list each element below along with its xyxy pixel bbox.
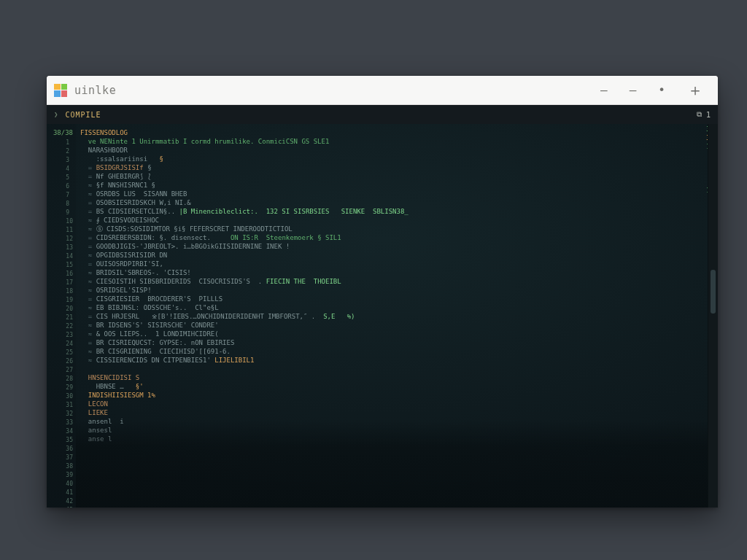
code-line: NARASHBODR (80, 146, 712, 155)
line-number: 14 (66, 252, 73, 261)
code-line: ≈ BR CISGRIENING CIECIHISD'[[691-6. (80, 347, 712, 356)
code-line: FISSENSODLOG (80, 128, 712, 137)
line-number: 30 (66, 392, 73, 401)
titlebar: uinlke – – • ＋ (47, 76, 718, 105)
line-number: 41 (66, 489, 73, 497)
status-indicator-icon: ⧉ (697, 110, 702, 119)
code-line: = CISGRIESIER BROCDERER'S PILLLS (80, 295, 712, 303)
code-line: ≈ & OOS LIEPS.. 1 LONDIMIHCIDRE( (80, 330, 712, 338)
line-number: 11 (66, 226, 73, 235)
code-line (80, 478, 712, 487)
line-number: 8 (66, 200, 73, 209)
line-number: 9 (66, 209, 73, 217)
line-number: 4 (66, 165, 73, 174)
expand-button[interactable]: ＋ (684, 79, 706, 101)
app-icon (54, 84, 67, 97)
code-line (80, 452, 712, 461)
code-line: = Nf GHEBIRGR⟆ ⟅ (80, 172, 712, 181)
line-number: 26 (66, 357, 73, 366)
code-line: = OUISOSRDPIRBI'SI, (80, 260, 712, 268)
code-line: anse l (80, 435, 712, 443)
tab-compile[interactable]: COMPILE (65, 111, 101, 119)
line-number: 27 (66, 366, 73, 375)
line-number: 3 (66, 156, 73, 165)
code-line: ≈ OPGIDBSISRISIDR DN (80, 251, 712, 260)
line-number: 7 (66, 191, 73, 200)
code-line: ≈ BR IDSENS'S' SISIRSCHE' CONDRE' (80, 321, 712, 330)
code-line (80, 443, 712, 452)
line-number: 39 (66, 471, 73, 480)
line-number: 32 (66, 410, 73, 419)
code-line: ≈ OSRDBS LUS SISANN BHEB (80, 190, 712, 198)
code-line: INDISHIISIESGM 1% (80, 391, 712, 400)
code-line: ≈ §f NNSHISRNC1 § (80, 181, 712, 190)
line-number: 33 (66, 419, 73, 427)
code-line: HNSENCIDISI S (80, 373, 712, 382)
code-line (80, 470, 712, 478)
line-number: 16 (66, 270, 73, 279)
code-line: ≈ CIESOISTIH SIBSBRIDERIDS CISOCRISIDS'S… (80, 277, 712, 286)
line-number: 29 (66, 384, 73, 392)
line-number: 2 (66, 147, 73, 156)
code-line: HBNSE … §' (80, 382, 712, 391)
code-line: = GOODBJIGIS-'JBREOLT>. i…bBGOikGIISIDER… (80, 242, 712, 251)
code-line: ≈ ⨕ CIEDSVODEISHOC (80, 216, 712, 225)
settings-dot-icon[interactable]: • (655, 82, 668, 99)
code-line: ve NENinte 1 Unirmmatib I cormd hrumilik… (80, 137, 712, 146)
code-line: = BSIDGRJSISIf § (80, 163, 712, 172)
code-line: ≈ OSRIDSEL'SISP! (80, 286, 712, 295)
code-area[interactable]: FISSENSODLOG ve NENinte 1 Unirmmatib I c… (76, 124, 718, 508)
code-line: = BS CIDSIERSETCLIN§.. |B Minencibleclic… (80, 207, 712, 216)
code-line: ≈ CISSIERENCIDS DN CITPENBIES1' LIJELIBI… (80, 356, 712, 365)
code-line: ≈ BRIDSIL'SBREOS-. 'CISIS! (80, 268, 712, 277)
line-number: 35 (66, 436, 73, 445)
code-line: :ssalsariinsi § (80, 155, 712, 163)
terminal-viewport[interactable]: 38/38 1234567891011121314151617181920212… (47, 124, 718, 508)
line-number: 42 (66, 497, 73, 506)
line-number: 25 (66, 349, 73, 357)
app-title: uinlke (74, 84, 116, 97)
line-number: 21 (66, 314, 73, 322)
line-number: 13 (66, 244, 73, 252)
line-number: 22 (66, 322, 73, 331)
tab-strip: ❯ COMPILE ⧉ 1 (47, 105, 718, 124)
line-number: 38 (66, 462, 73, 471)
code-line: = BR CISRIEQUCST: GYPSE:. nON EBIRIES (80, 338, 712, 347)
code-line (80, 487, 712, 496)
line-number: 31 (66, 401, 73, 410)
line-number: 19 (66, 296, 73, 305)
vertical-scrollbar[interactable] (708, 124, 718, 508)
code-line: ≈ ⓢ CISDS:SOSIDIMTOR §i§ FEFERSCRET INDE… (80, 225, 712, 233)
code-line (80, 461, 712, 470)
code-line: ansenl i (80, 417, 712, 426)
gutter-header: 38/38 (53, 128, 73, 137)
line-number: 28 (66, 375, 73, 384)
tab-prompt-icon: ❯ (54, 111, 58, 118)
app-window: uinlke – – • ＋ ❯ COMPILE ⧉ 1 38/38 12345… (47, 76, 718, 508)
line-number: 6 (66, 182, 73, 191)
status-count: 1 (706, 111, 711, 119)
code-line: ansesl (80, 426, 712, 435)
code-line: = CIS HRJESRL ※[B'!IEBS.…ONCHIDNIDERIDEN… (80, 312, 712, 321)
code-line: = CIDSREBERSBIDN: §. disensect. ON IS:R … (80, 233, 712, 242)
code-line: LIEKE (80, 408, 712, 417)
line-number: 12 (66, 235, 73, 244)
secondary-minimize-button[interactable]: – (627, 82, 640, 99)
window-controls: – – • ＋ (597, 79, 711, 101)
line-number: 24 (66, 340, 73, 349)
minimize-button[interactable]: – (597, 82, 611, 99)
line-number: 37 (66, 454, 73, 462)
line-number: 40 (66, 480, 73, 489)
line-number-gutter: 38/38 1234567891011121314151617181920212… (47, 124, 76, 508)
line-number: 17 (66, 279, 73, 287)
code-line: ≈ EB BIBJNSL: ODSSCHE's.. Cl"e§L (80, 303, 712, 312)
line-number: 43 (66, 506, 73, 508)
line-number: 10 (66, 217, 73, 226)
line-number: 36 (66, 445, 73, 454)
line-number: 15 (66, 261, 73, 270)
line-number: 5 (66, 174, 73, 182)
code-line: = OSOBSIESRIDSKCH W,i NI.& (80, 198, 712, 207)
line-number: 23 (66, 331, 73, 340)
scrollbar-thumb[interactable] (711, 270, 716, 314)
line-number: 1 (66, 139, 73, 147)
